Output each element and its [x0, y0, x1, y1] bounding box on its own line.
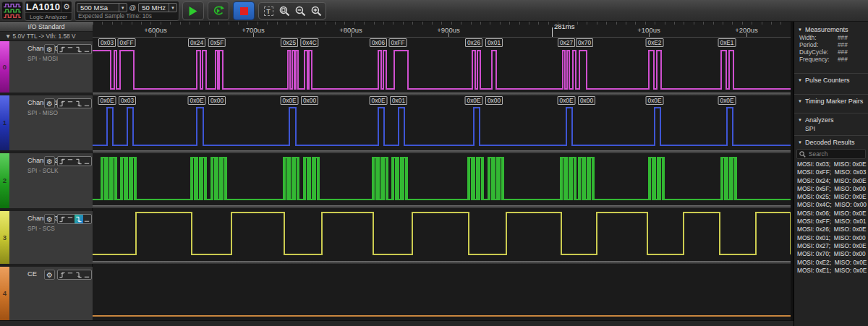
decoded-result-row[interactable]: MOSI: 0x25; MISO: 0x0E [794, 193, 868, 201]
channel-block-0: 0Channel 0SPI - MOSI⚙ [0, 41, 93, 93]
trigger-mode-group [57, 98, 92, 108]
trigger-falling-edge-icon[interactable] [75, 45, 83, 53]
repeat-capture-button[interactable] [208, 1, 229, 20]
trigger-low-edge-icon[interactable] [83, 45, 92, 53]
waveform-track-scs[interactable] [93, 208, 791, 261]
channel-number: 0 [0, 63, 9, 71]
hex-value-label: 0x0E [718, 96, 736, 105]
trigger-rising-edge-icon[interactable] [58, 45, 67, 53]
trigger-low-edge-icon[interactable] [83, 157, 92, 166]
zoom-in-button[interactable] [308, 4, 324, 18]
decoded-result-row[interactable]: MOSI: 0x4C; MISO: 0x00 [794, 201, 868, 209]
time-axis-tick [253, 33, 254, 37]
decoded-result-row[interactable]: MOSI: 0x03; MISO: 0x0E [794, 160, 868, 168]
hex-value-label: 0x06 [370, 38, 387, 47]
decoded-result-row[interactable]: MOSI: 0x27; MISO: 0x0E [794, 242, 868, 250]
hex-value-label: 0xE2 [646, 38, 664, 47]
decoded-result-row[interactable]: MOSI: 0xFF; MISO: 0x03 [794, 168, 868, 176]
decoded-result-row[interactable]: MOSI: 0x26; MISO: 0x0E [794, 226, 868, 233]
time-axis-tick [649, 33, 650, 37]
trigger-high-edge-icon[interactable] [67, 215, 75, 223]
zoom-out-button[interactable] [292, 4, 308, 18]
channel-name: CE [27, 270, 37, 278]
trigger-falling-edge-icon[interactable] [75, 157, 83, 166]
trigger-low-edge-icon[interactable] [83, 270, 92, 279]
decoded-result-row[interactable]: MOSI: 0x70; MISO: 0x00 [794, 250, 868, 258]
decoded-result-row[interactable]: MOSI: 0x5F; MISO: 0x00 [794, 185, 868, 193]
device-settings-gear-icon[interactable]: ⚙ [61, 1, 72, 13]
io-standard-header[interactable]: I/O Standard [0, 22, 93, 32]
hex-value-label: 0xFF [118, 38, 136, 47]
trigger-high-edge-icon[interactable] [67, 99, 75, 108]
trigger-falling-edge-icon[interactable] [75, 99, 83, 108]
text-annotation-button[interactable]: T [260, 4, 276, 18]
channel-settings-gear-icon[interactable]: ⚙ [44, 44, 55, 54]
trigger-low-edge-icon[interactable] [83, 215, 92, 223]
collapse-triangle-icon: ▼ [798, 140, 802, 145]
decoded-result-row[interactable]: MOSI: 0xE2; MISO: 0x0E [794, 259, 868, 267]
waveform-area[interactable]: +600us+700us+800us+900us281ms+100us+200u… [93, 22, 791, 320]
trigger-falling-edge-icon[interactable] [75, 215, 83, 223]
waveform-track-miso[interactable]: 0x0E0x030x0E0x000x0E0x000x0E0x010x0E0x00… [93, 95, 791, 150]
decoded-result-row[interactable]: MOSI: 0x24; MISO: 0x0E [794, 177, 868, 185]
decoded-result-row[interactable]: MOSI: 0xE1; MISO: 0x0E [794, 267, 868, 275]
decoded-result-row[interactable]: MOSI: 0xFF; MISO: 0x01 [794, 218, 868, 226]
waveform-track-ce[interactable] [93, 267, 791, 320]
section-pulse-counters[interactable]: ▼ Pulse Counters [794, 76, 868, 85]
trigger-mode-group [57, 270, 92, 280]
zoom-selection-button[interactable] [276, 4, 292, 18]
section-analyzers[interactable]: ▼ Analyzers [794, 116, 868, 124]
trigger-high-edge-icon[interactable] [67, 45, 75, 53]
decoded-result-row[interactable]: MOSI: 0x01; MISO: 0x00 [794, 234, 868, 242]
hex-value-label: 0x24 [188, 38, 205, 47]
channel-number: 3 [0, 233, 9, 241]
time-axis-label: 281ms [554, 22, 575, 30]
time-axis-tick [448, 33, 449, 37]
channel-settings-gear-icon[interactable]: ⚙ [44, 214, 55, 224]
time-axis[interactable]: +600us+700us+800us+900us281ms+100us+200u… [93, 22, 791, 38]
measurement-value: ### [838, 48, 848, 56]
sample-rate-value: 50 MHz [139, 4, 169, 12]
section-measurements[interactable]: ▼ Measurements [794, 25, 868, 34]
sample-rate-select[interactable]: 50 MHz ▼ [138, 3, 177, 12]
trigger-falling-edge-icon[interactable] [75, 270, 83, 279]
section-timing-marker-pairs[interactable]: ▼ Timing Marker Pairs [794, 97, 868, 106]
trigger-high-edge-icon[interactable] [67, 270, 75, 279]
trigger-high-edge-icon[interactable] [67, 157, 75, 166]
sample-config-box: 500 MSa ▼ @ 50 MHz ▼ Expected Sample Tim… [75, 1, 179, 21]
hex-value-label: 0x5F [208, 38, 226, 47]
trigger-rising-edge-icon[interactable] [58, 99, 67, 108]
app-logo-icon [1, 1, 23, 20]
decoded-result-row[interactable]: MOSI: 0x06; MISO: 0x0E [794, 210, 868, 218]
trigger-rising-edge-icon[interactable] [58, 270, 67, 279]
divider [794, 135, 868, 136]
channel-settings-gear-icon[interactable]: ⚙ [44, 156, 55, 166]
section-decoded-results[interactable]: ▼ Decoded Results [794, 138, 868, 147]
play-icon [189, 7, 197, 16]
trigger-rising-edge-icon[interactable] [58, 215, 67, 223]
trigger-low-edge-icon[interactable] [83, 99, 92, 108]
measurement-label: Period: [799, 41, 818, 48]
channel-settings-gear-icon[interactable]: ⚙ [44, 98, 55, 108]
section-label: Measurements [805, 26, 848, 33]
io-standard-value[interactable]: ▼ 5.0V TTL -> Vth: 1.58 V [0, 32, 93, 41]
start-capture-button[interactable] [182, 1, 204, 20]
channel-protocol-label: SPI - SCS [27, 225, 55, 232]
analyzer-item[interactable]: SPI [794, 124, 868, 133]
track-separator[interactable] [93, 261, 791, 264]
hex-value-label: 0x03 [119, 96, 136, 105]
measurement-row: Frequency:### [794, 56, 868, 63]
section-label: Decoded Results [805, 139, 855, 146]
trigger-rising-edge-icon[interactable] [58, 157, 67, 166]
logic-analyzer-app: LA1010 ⚙ Logic Analyzer 500 MSa ▼ @ 50 M… [0, 0, 868, 326]
toolbar: LA1010 ⚙ Logic Analyzer 500 MSa ▼ @ 50 M… [0, 0, 868, 22]
waveform-track-mosi[interactable]: 0x030xFF0x240x5F0x250x4C0x060xFF0x260x01… [93, 38, 791, 93]
channel-protocol-label: SPI - SCLK [27, 167, 58, 174]
channel-block-2: 2Channel 2SPI - SCLK⚙ [0, 153, 93, 208]
waveform-track-sclk[interactable] [93, 150, 791, 205]
stop-capture-button[interactable] [233, 1, 255, 20]
search-input[interactable] [806, 150, 863, 158]
sample-count-select[interactable]: 500 MSa ▼ [77, 3, 127, 12]
horizontal-scrollbar[interactable] [0, 320, 793, 326]
channel-settings-gear-icon[interactable]: ⚙ [44, 270, 55, 280]
